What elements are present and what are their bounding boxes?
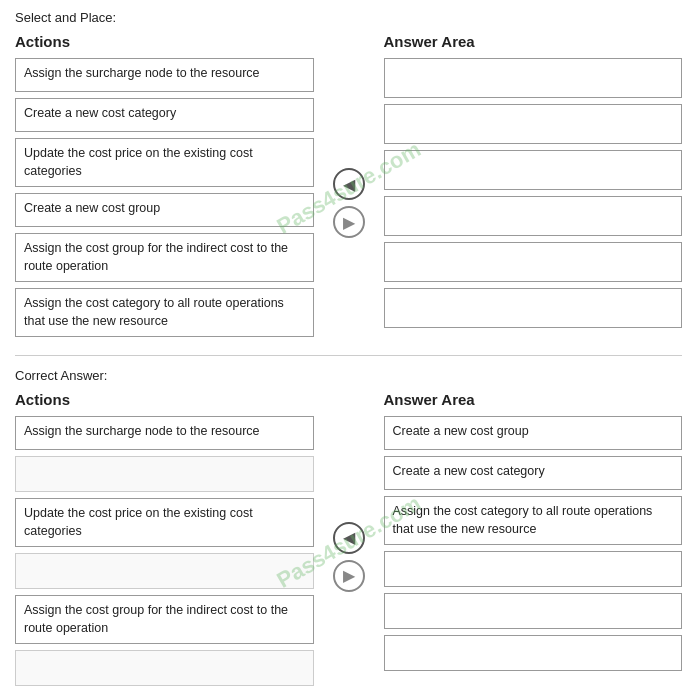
right-arrow-button[interactable]: ▶ bbox=[333, 206, 365, 238]
answer-item[interactable]: Assign the cost category to all route op… bbox=[384, 496, 683, 545]
list-item[interactable]: Assign the cost group for the indirect c… bbox=[15, 595, 314, 644]
list-item-empty bbox=[15, 456, 314, 492]
answer-drop-zone[interactable] bbox=[384, 551, 683, 587]
top-drag-drop: Pass4sure.com Actions Assign the surchar… bbox=[15, 33, 682, 343]
list-item-empty bbox=[15, 553, 314, 589]
answer-drop-zone[interactable] bbox=[384, 635, 683, 671]
list-item[interactable]: Create a new cost category bbox=[15, 98, 314, 132]
list-item[interactable]: Assign the cost group for the indirect c… bbox=[15, 233, 314, 282]
top-actions-column: Actions Assign the surcharge node to the… bbox=[15, 33, 314, 343]
bottom-actions-header: Actions bbox=[15, 391, 314, 408]
bottom-left-arrow-button[interactable]: ◀ bbox=[333, 522, 365, 554]
answer-item[interactable]: Create a new cost category bbox=[384, 456, 683, 490]
list-item[interactable]: Create a new cost group bbox=[15, 193, 314, 227]
top-actions-header: Actions bbox=[15, 33, 314, 50]
list-item[interactable]: Assign the surcharge node to the resourc… bbox=[15, 58, 314, 92]
answer-drop-zone[interactable] bbox=[384, 196, 683, 236]
bottom-actions-column: Actions Assign the surcharge node to the… bbox=[15, 391, 314, 688]
top-nav-buttons: ◀ ▶ bbox=[324, 33, 374, 343]
bottom-drag-drop: Pass4sure.com Actions Assign the surchar… bbox=[15, 391, 682, 688]
bottom-answer-column: Answer Area Create a new cost group Crea… bbox=[384, 391, 683, 688]
answer-drop-zone[interactable] bbox=[384, 104, 683, 144]
bottom-nav-buttons: ◀ ▶ bbox=[324, 391, 374, 688]
left-arrow-button[interactable]: ◀ bbox=[333, 168, 365, 200]
section-divider bbox=[15, 355, 682, 356]
answer-drop-zone[interactable] bbox=[384, 58, 683, 98]
list-item[interactable]: Update the cost price on the existing co… bbox=[15, 498, 314, 547]
bottom-right-arrow-button[interactable]: ▶ bbox=[333, 560, 365, 592]
bottom-answer-header: Answer Area bbox=[384, 391, 683, 408]
list-item[interactable]: Assign the surcharge node to the resourc… bbox=[15, 416, 314, 450]
top-answer-column: Answer Area bbox=[384, 33, 683, 343]
list-item[interactable]: Update the cost price on the existing co… bbox=[15, 138, 314, 187]
answer-drop-zone[interactable] bbox=[384, 593, 683, 629]
list-item[interactable]: Assign the cost category to all route op… bbox=[15, 288, 314, 337]
correct-label: Correct Answer: bbox=[15, 368, 682, 383]
answer-item[interactable]: Create a new cost group bbox=[384, 416, 683, 450]
answer-drop-zone[interactable] bbox=[384, 288, 683, 328]
top-answer-header: Answer Area bbox=[384, 33, 683, 50]
answer-drop-zone[interactable] bbox=[384, 242, 683, 282]
list-item-empty bbox=[15, 650, 314, 686]
instruction: Select and Place: bbox=[15, 10, 682, 25]
answer-drop-zone[interactable] bbox=[384, 150, 683, 190]
